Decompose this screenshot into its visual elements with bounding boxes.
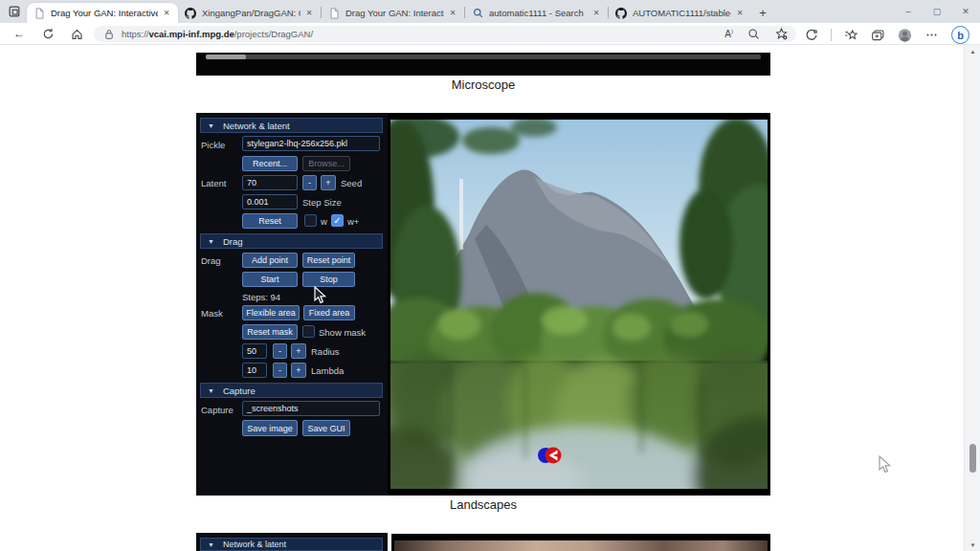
collapse-triangle-icon[interactable]: ▼ (208, 238, 214, 245)
next-draggan-image (391, 534, 770, 551)
seed-plus-button[interactable]: + (321, 175, 336, 190)
radius-minus-button[interactable]: - (273, 343, 287, 359)
caption-landscapes: Landscapes (196, 497, 770, 512)
tab-close-icon[interactable]: ✕ (303, 9, 315, 17)
url-text: https://vcai.mpi-inf.mpg.de/projects/Dra… (122, 29, 313, 39)
lock-icon (101, 27, 116, 41)
back-button[interactable]: ← (11, 28, 27, 40)
radius-label: Radius (311, 346, 340, 357)
tab-close-icon[interactable]: ✕ (734, 9, 746, 17)
radius-plus-button[interactable]: + (291, 343, 306, 359)
tab-stable-diffusion-github[interactable]: AUTOMATIC1111/stable-diffusio ✕ (609, 3, 751, 23)
refresh-button[interactable] (40, 28, 56, 40)
bing-discover-icon[interactable]: b (951, 26, 969, 44)
document-icon (33, 7, 46, 20)
tab-close-icon[interactable]: ✕ (590, 9, 602, 17)
tab-draggan-project-active[interactable]: Drag Your GAN: Interactive Point ✕ (27, 3, 178, 23)
profile-avatar[interactable] (898, 28, 912, 42)
panel-header-drag[interactable]: ▼ Drag (200, 233, 383, 249)
zoom-icon[interactable] (746, 27, 761, 41)
panel-header-label: Network & latent (223, 540, 286, 549)
seed-input[interactable]: 70 (242, 175, 298, 190)
recent-button[interactable]: Recent... (242, 156, 298, 171)
wplus-checkbox[interactable]: ✓ (331, 214, 344, 227)
seed-minus-button[interactable]: - (302, 175, 317, 190)
favorites-hub-icon[interactable] (844, 28, 858, 42)
page-content: Microscope ▼ Network & latent Pickle sty… (0, 45, 964, 551)
scrollbar-thumb[interactable] (969, 444, 976, 473)
tab-draggan-project-2[interactable]: Drag Your GAN: Interactive Poin ✕ (322, 3, 464, 23)
github-icon (614, 7, 628, 20)
tab-close-icon[interactable]: ✕ (447, 9, 458, 17)
mouse-cursor-icon (879, 455, 892, 474)
close-button[interactable]: ✕ (951, 0, 980, 23)
settings-menu-icon[interactable] (924, 28, 939, 42)
video-progress-bar[interactable] (206, 55, 761, 59)
scroll-up-icon[interactable]: ▲ (965, 49, 980, 55)
panel-header-network-2[interactable]: ▼ Network & latent (200, 538, 383, 551)
lambda-label: Lambda (311, 365, 344, 376)
target-point-icon (546, 448, 562, 464)
reset-mask-button[interactable]: Reset mask (242, 324, 298, 340)
show-mask-label: Show mask (319, 327, 366, 338)
caption-microscope: Microscope (196, 77, 770, 92)
tab-close-icon[interactable]: ✕ (161, 9, 172, 17)
collapse-triangle-icon[interactable]: ▼ (208, 122, 214, 129)
favorites-star-gear-icon[interactable] (774, 27, 789, 41)
maximize-button[interactable]: ▢ (923, 0, 951, 23)
page-scrollbar[interactable]: ▲ ▼ (964, 45, 980, 551)
new-tab-button[interactable]: + (751, 3, 774, 23)
read-aloud-icon[interactable]: A) (724, 29, 733, 39)
tab-actions-icon (8, 5, 21, 18)
github-icon (184, 7, 197, 20)
capture-path-input[interactable]: _screenshots (242, 401, 380, 416)
step-size-input[interactable]: 0.001 (242, 194, 298, 209)
stop-button[interactable]: Stop (302, 272, 355, 287)
collections-icon[interactable] (871, 28, 885, 42)
panel-header-capture[interactable]: ▼ Capture (200, 383, 383, 398)
panel-header-label: Drag (223, 236, 243, 247)
tab-bar: Drag Your GAN: Interactive Point ✕ Xinga… (0, 0, 980, 23)
tab-draggan-github[interactable]: XingangPan/DragGAN: Code fo ✕ (178, 3, 321, 23)
landscape-photo (390, 120, 768, 489)
tab-title: AUTOMATIC1111/stable-diffusio (633, 8, 731, 18)
radius-input[interactable]: 50 (242, 343, 267, 359)
tab-actions-menu-button[interactable] (5, 3, 24, 20)
collapse-triangle-icon[interactable]: ▼ (208, 387, 214, 394)
video-player-bottom[interactable] (196, 53, 770, 76)
w-label: w (321, 216, 327, 227)
reset-point-button[interactable]: Reset point (302, 253, 355, 268)
minimize-button[interactable]: – (894, 0, 923, 23)
lambda-plus-button[interactable]: + (291, 363, 306, 378)
lambda-minus-button[interactable]: - (273, 363, 287, 378)
home-button[interactable] (69, 28, 84, 40)
seed-label: Seed (341, 178, 362, 188)
save-gui-button[interactable]: Save GUI (302, 420, 350, 436)
browse-button[interactable]: Browse... (302, 156, 350, 171)
collapse-triangle-icon[interactable]: ▼ (208, 541, 214, 548)
drag-label: Drag (201, 255, 221, 266)
add-point-button[interactable]: Add point (242, 253, 298, 268)
browser-essentials-icon[interactable] (804, 28, 818, 42)
w-checkbox[interactable] (304, 214, 317, 227)
pickle-label: Pickle (201, 140, 225, 150)
fixed-area-button[interactable]: Fixed area (303, 305, 355, 320)
draggan-image-viewport[interactable] (388, 113, 770, 496)
save-image-button[interactable]: Save image (242, 420, 298, 436)
flexible-area-button[interactable]: Flexible area (242, 305, 300, 320)
address-bar[interactable]: https://vcai.mpi-inf.mpg.de/projects/Dra… (94, 26, 796, 42)
tab-title: XingangPan/DragGAN: Code fo (202, 8, 301, 18)
url-host: vcai.mpi-inf.mpg.de (149, 29, 234, 39)
lambda-input[interactable]: 10 (242, 363, 267, 378)
tab-title: Drag Your GAN: Interactive Poin (345, 8, 444, 18)
tab-search-automatic1111[interactable]: automatic1111 - Search ✕ (465, 3, 608, 23)
start-button[interactable]: Start (242, 272, 298, 287)
video-progress-fill (206, 55, 246, 59)
drag-point-marker[interactable] (536, 445, 565, 466)
panel-header-network[interactable]: ▼ Network & latent (200, 118, 383, 133)
show-mask-checkbox[interactable] (302, 325, 315, 338)
step-size-label: Step Size (302, 197, 342, 208)
scroll-down-icon[interactable]: ▼ (965, 542, 980, 548)
pickle-input[interactable]: stylegan2-lhq-256x256.pkl (242, 136, 380, 151)
reset-button[interactable]: Reset (242, 213, 298, 229)
